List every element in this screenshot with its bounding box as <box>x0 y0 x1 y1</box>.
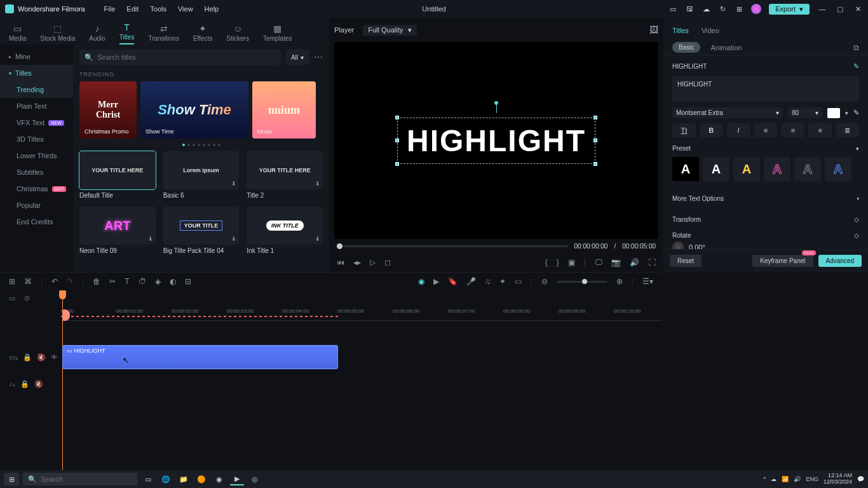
menu-edit[interactable]: Edit <box>126 5 139 13</box>
more-options-icon[interactable]: ⋯ <box>314 52 323 62</box>
task-view-icon[interactable]: ▭ <box>141 473 155 485</box>
voice-icon[interactable]: 🎤 <box>466 277 476 286</box>
notifications-icon[interactable]: 💬 <box>857 476 864 482</box>
color-swatch[interactable] <box>827 108 840 118</box>
cloud-icon[interactable]: ☁ <box>702 4 710 13</box>
crop-icon[interactable]: ▣ <box>568 258 575 267</box>
italic-button[interactable]: I <box>727 123 750 137</box>
sidebar-trending[interactable]: Trending <box>0 81 73 98</box>
menu-help[interactable]: Help <box>205 5 219 13</box>
tab-titles[interactable]: Titles <box>672 27 689 34</box>
keyframe-icon[interactable]: ◇ <box>854 216 859 223</box>
sidebar-vfx-text[interactable]: VFX TextNEW <box>0 114 73 131</box>
tray-chevron-icon[interactable]: ^ <box>763 476 766 482</box>
subtab-basic[interactable]: Basic <box>672 42 700 53</box>
obs-icon[interactable]: ◎ <box>248 473 262 485</box>
text-icon[interactable]: T <box>125 277 129 286</box>
chevron-down-icon[interactable]: ▾ <box>845 110 848 116</box>
speed-icon[interactable]: ⏱ <box>139 277 146 286</box>
undo-icon[interactable]: ↶ <box>51 277 58 286</box>
marker-icon[interactable]: 🔖 <box>448 277 458 286</box>
trending-card-showtime[interactable]: Show TimeShow Time <box>140 81 248 139</box>
snapshot-icon[interactable]: 🖼 <box>649 25 658 35</box>
eye-icon[interactable]: 👁 <box>51 353 58 361</box>
ai-icon[interactable]: ◉ <box>418 277 424 286</box>
minimize-button[interactable]: — <box>817 5 827 13</box>
ai-edit-icon[interactable]: ✎ <box>853 62 859 71</box>
download-icon[interactable]: ⬇ <box>231 236 236 242</box>
chevron-down-icon[interactable]: ▾ <box>856 146 859 152</box>
prev-frame-icon[interactable]: ⏮ <box>337 258 344 267</box>
track-manager-icon[interactable]: ▭ <box>9 294 15 302</box>
camera-icon[interactable]: 📷 <box>611 258 621 267</box>
explorer-icon[interactable]: 📁 <box>177 473 191 485</box>
align-right-button[interactable]: ≡ <box>808 123 832 137</box>
tray-cloud-icon[interactable]: ☁ <box>771 476 776 482</box>
quality-select[interactable]: Full Quality▾ <box>363 25 417 36</box>
toptab-stickers[interactable]: ☺Stickers <box>226 24 249 44</box>
preset-5[interactable]: A <box>794 157 821 181</box>
audio-icon[interactable]: ♫ <box>485 277 491 286</box>
color-icon[interactable]: ◐ <box>170 277 176 286</box>
toptab-media[interactable]: ▭Media <box>9 24 26 44</box>
sidebar-mine[interactable]: ▸Mine <box>0 48 73 65</box>
mark-in-icon[interactable]: { <box>545 258 548 267</box>
stop-icon[interactable]: ◻ <box>384 258 391 267</box>
marker-clip[interactable] <box>62 309 70 321</box>
video-track-icon[interactable]: ▭₁ <box>9 353 18 362</box>
title-card-4[interactable]: YOUR TITLE⬇ <box>163 207 240 245</box>
rotate-value[interactable]: 0.00° <box>689 243 705 249</box>
sidebar-3d-titles[interactable]: 3D Titles <box>0 131 73 147</box>
title-clip[interactable]: ▭ HIGHLIGHT↖ <box>62 345 338 369</box>
title-card-5[interactable]: INK TITLE⬇ <box>247 207 323 245</box>
track-options-icon[interactable]: ☰▾ <box>642 277 653 286</box>
title-card-3[interactable]: ART⬇ <box>79 207 156 245</box>
auto-ripple-icon[interactable]: ⊘ <box>24 294 30 302</box>
keyframe-panel-button[interactable]: Keyframe PanelNEW <box>752 255 813 267</box>
chrome-icon[interactable]: ◉ <box>212 473 226 485</box>
sidebar-lower-thirds[interactable]: Lower Thirds <box>0 147 73 164</box>
toptab-stock-media[interactable]: ⬚Stock Media <box>40 24 75 44</box>
sidebar-popular[interactable]: Popular <box>0 197 73 214</box>
title-card-0[interactable]: YOUR TITLE HERE <box>79 151 156 189</box>
download-icon[interactable]: ⬇ <box>315 236 320 242</box>
playback-scrubber[interactable] <box>337 245 568 247</box>
group-icon[interactable]: ⊟ <box>185 277 191 286</box>
apps-icon[interactable]: ⊞ <box>735 4 743 13</box>
play-icon[interactable]: ▷ <box>370 258 376 267</box>
zoom-in-icon[interactable]: ⊕ <box>616 277 623 286</box>
font-select[interactable]: Montserrat Extra▾ <box>672 107 783 118</box>
play-back-icon[interactable]: ◂▸ <box>353 258 361 267</box>
split-icon[interactable]: ✂ <box>109 277 116 286</box>
subtab-animation[interactable]: Animation <box>710 44 742 51</box>
render-icon[interactable]: ▶ <box>433 277 439 286</box>
export-button[interactable]: Export▾ <box>769 4 810 15</box>
tray-volume-icon[interactable]: 🔊 <box>794 476 801 482</box>
tray-lang[interactable]: ENG <box>806 476 818 482</box>
audio-track-icon[interactable]: ♪₁ <box>9 380 15 388</box>
sidebar-christmas[interactable]: ChristmasHOT <box>0 180 73 197</box>
save-icon[interactable]: 🖫 <box>685 4 694 13</box>
sidebar-subtitles[interactable]: Subtitles <box>0 164 73 180</box>
preset-3[interactable]: A <box>733 157 760 181</box>
title-card-1[interactable]: Lorem ipsum⬇ <box>163 151 240 189</box>
title-textbox[interactable]: HIGHLIGHT <box>397 118 595 164</box>
download-icon[interactable]: ⬇ <box>231 180 236 187</box>
magnet-icon[interactable]: ⊞ <box>9 277 15 286</box>
preview-canvas[interactable]: HIGHLIGHT <box>334 42 658 239</box>
display-icon[interactable]: 🖵 <box>595 258 602 267</box>
subtitle-icon[interactable]: ▭ <box>515 277 522 286</box>
bold-button[interactable]: B <box>700 123 723 137</box>
mute-icon[interactable]: 🔇 <box>34 380 43 388</box>
sidebar-plain-text[interactable]: Plain Text <box>0 98 73 114</box>
history-icon[interactable]: ↻ <box>718 4 727 13</box>
preset-4[interactable]: A <box>764 157 790 181</box>
menu-view[interactable]: View <box>178 5 193 13</box>
font-size-select[interactable]: 80▾ <box>788 107 822 118</box>
advanced-button[interactable]: Advanced <box>818 255 862 267</box>
link-icon[interactable]: ⌘ <box>24 277 32 286</box>
tab-video[interactable]: Video <box>702 27 719 34</box>
start-button[interactable]: ⊞ <box>4 473 19 485</box>
redo-icon[interactable]: ↷ <box>67 277 73 286</box>
fullscreen-icon[interactable]: ⛶ <box>648 258 656 267</box>
